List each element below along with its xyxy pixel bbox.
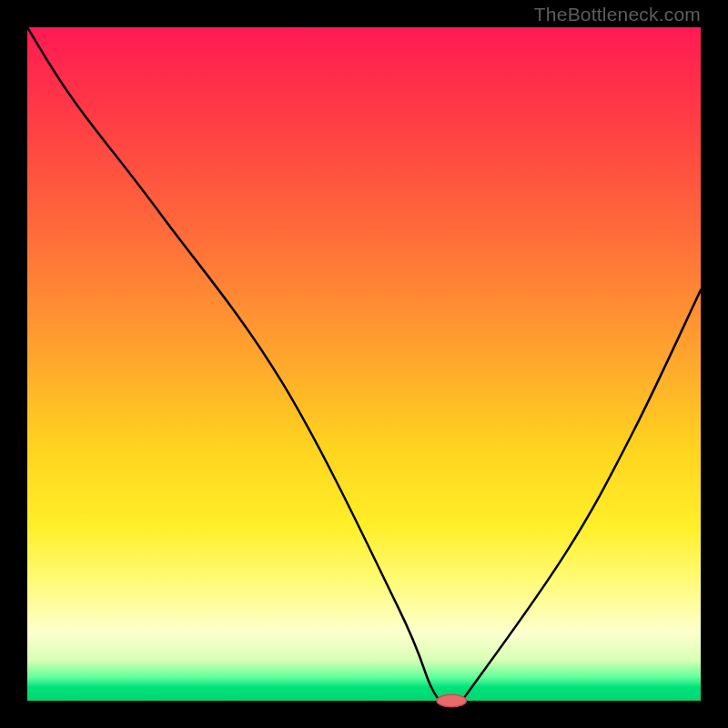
plot-area (27, 27, 701, 701)
optimum-marker (437, 694, 467, 706)
chart-container: TheBottleneck.com (0, 0, 728, 728)
bottleneck-curve (27, 27, 701, 703)
watermark-text: TheBottleneck.com (534, 4, 701, 25)
bottleneck-curve-svg (27, 27, 701, 701)
